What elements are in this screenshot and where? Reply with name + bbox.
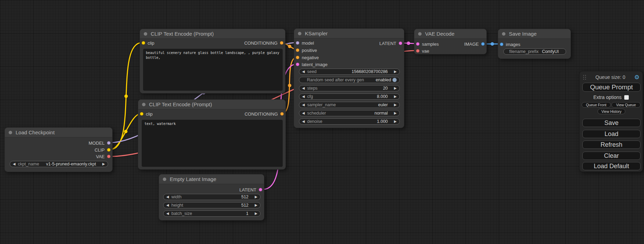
output-latent[interactable]: LATENT <box>379 40 402 46</box>
image-port-dot[interactable] <box>500 43 503 46</box>
view-queue-button[interactable]: View Queue <box>611 102 641 108</box>
input-clip[interactable]: clip <box>140 111 153 117</box>
increment-arrow-icon[interactable]: ▶ <box>394 85 397 91</box>
node-title-bar[interactable]: Load Checkpoint <box>5 128 112 137</box>
vae-port-dot[interactable] <box>416 49 420 53</box>
output-conditioning[interactable]: CONDITIONING <box>244 40 283 46</box>
increment-arrow-icon[interactable]: ▶ <box>394 102 397 108</box>
widget-denoise[interactable]: ◀ denoise 1.000 ▶ <box>299 118 400 125</box>
conditioning-port-dot[interactable] <box>296 56 299 59</box>
output-conditioning[interactable]: CONDITIONING <box>245 111 284 117</box>
latent-port-dot[interactable] <box>399 42 402 45</box>
vae-port-dot[interactable] <box>107 155 111 158</box>
settings-gear-icon[interactable]: ⚙ <box>634 74 639 80</box>
decrement-arrow-icon[interactable]: ◀ <box>302 110 305 116</box>
input-model[interactable]: model <box>296 40 314 46</box>
node-title-bar[interactable]: Save Image <box>498 29 571 39</box>
node-title-bar[interactable]: VAE Decode <box>414 29 486 39</box>
increment-arrow-icon[interactable]: ▶ <box>255 194 257 200</box>
clear-button[interactable]: Clear <box>582 152 641 160</box>
output-vae[interactable]: VAE <box>96 154 111 159</box>
extra-options-checkbox[interactable] <box>624 95 629 100</box>
node-title-bar[interactable]: CLIP Text Encode (Prompt) <box>138 100 285 109</box>
increment-arrow-icon[interactable]: ▶ <box>255 202 257 208</box>
save-button[interactable]: Save <box>582 119 641 127</box>
drag-handle-icon[interactable] <box>583 74 586 80</box>
decrement-arrow-icon[interactable]: ◀ <box>166 202 169 208</box>
widget-batch-size[interactable]: ◀ batch_size 1 ▶ <box>163 210 261 217</box>
widget-height[interactable]: ◀ height 512 ▶ <box>163 202 261 208</box>
increment-arrow-icon[interactable]: ▶ <box>394 93 397 100</box>
model-port-dot[interactable] <box>296 41 299 45</box>
input-latent-image[interactable]: latent_image <box>296 62 327 67</box>
decrement-arrow-icon[interactable]: ◀ <box>302 85 305 91</box>
decrement-arrow-icon[interactable]: ◀ <box>166 210 169 217</box>
toggle-icon[interactable] <box>392 78 397 82</box>
collapse-dot-icon[interactable] <box>298 32 301 35</box>
refresh-button[interactable]: Refresh <box>582 141 641 149</box>
prompt-textarea[interactable]: beautiful scenery nature glass bottle la… <box>143 49 283 91</box>
queue-panel[interactable]: Queue size: 0 ⚙ Queue Prompt Extra optio… <box>579 71 643 172</box>
node-title-bar[interactable]: Empty Latent Image <box>159 174 264 184</box>
widget-cfg[interactable]: ◀ cfg 8.000 ▶ <box>299 93 400 100</box>
input-clip[interactable]: clip <box>142 40 155 46</box>
input-images[interactable]: images <box>500 42 520 47</box>
decrement-arrow-icon[interactable]: ◀ <box>302 93 305 100</box>
widget-random-seed-toggle[interactable]: Random seed after every gen enabled <box>299 77 400 83</box>
widget-sampler-name[interactable]: ◀ sampler_name euler ▶ <box>299 102 400 108</box>
latent-port-dot[interactable] <box>296 63 299 66</box>
widget-filename-prefix[interactable]: filename_prefix ComfyUI <box>503 48 566 55</box>
conditioning-port-dot[interactable] <box>280 112 284 116</box>
widget-scheduler[interactable]: ◀ scheduler normal ▶ <box>299 110 400 116</box>
node-vae-decode[interactable]: VAE Decode samples vae IMAGE <box>414 29 487 54</box>
image-port-dot[interactable] <box>481 42 485 46</box>
widget-seed[interactable]: ◀ seed 156680208700286 ▶ <box>299 69 400 75</box>
increment-arrow-icon[interactable]: ▶ <box>255 210 257 217</box>
increment-arrow-icon[interactable]: ▶ <box>102 161 105 167</box>
decrement-arrow-icon[interactable]: ◀ <box>13 161 16 167</box>
node-ksampler[interactable]: KSampler model positive negative latent_… <box>294 28 404 128</box>
increment-arrow-icon[interactable]: ▶ <box>394 110 397 116</box>
node-empty-latent-image[interactable]: Empty Latent Image LATENT ◀ width 512 ▶ … <box>159 174 264 220</box>
output-clip[interactable]: CLIP <box>95 147 111 153</box>
collapse-dot-icon[interactable] <box>144 32 147 36</box>
input-vae[interactable]: vae <box>416 48 429 54</box>
node-title-bar[interactable]: KSampler <box>294 29 404 38</box>
latent-port-dot[interactable] <box>259 188 262 191</box>
collapse-dot-icon[interactable] <box>163 178 166 181</box>
node-save-image[interactable]: Save Image images filename_prefix ComfyU… <box>498 29 571 59</box>
collapse-dot-icon[interactable] <box>142 103 145 106</box>
collapse-dot-icon[interactable] <box>9 131 12 134</box>
widget-width[interactable]: ◀ width 512 ▶ <box>163 194 261 200</box>
widget-ckpt-name[interactable]: ◀ ckpt_name v1-5-pruned-emaonly.ckpt ▶ <box>10 161 108 167</box>
collapse-dot-icon[interactable] <box>418 32 422 36</box>
input-positive[interactable]: positive <box>296 47 317 53</box>
view-history-button[interactable]: View History <box>598 109 625 114</box>
node-title-bar[interactable]: CLIP Text Encode (Prompt) <box>140 29 285 39</box>
input-negative[interactable]: negative <box>296 55 319 60</box>
increment-arrow-icon[interactable]: ▶ <box>394 118 397 125</box>
node-load-checkpoint[interactable]: Load Checkpoint MODEL CLIP VAE ◀ ckpt_na… <box>5 127 113 172</box>
output-model[interactable]: MODEL <box>89 140 111 146</box>
output-latent[interactable]: LATENT <box>239 187 262 192</box>
load-button[interactable]: Load <box>582 130 641 138</box>
decrement-arrow-icon[interactable]: ◀ <box>302 102 305 108</box>
load-default-button[interactable]: Load Default <box>582 162 641 170</box>
conditioning-port-dot[interactable] <box>280 41 283 45</box>
collapse-dot-icon[interactable] <box>502 32 505 36</box>
latent-port-dot[interactable] <box>416 42 420 46</box>
clip-port-dot[interactable] <box>107 148 111 152</box>
conditioning-port-dot[interactable] <box>296 48 299 52</box>
output-image[interactable]: IMAGE <box>464 41 485 47</box>
prompt-textarea[interactable]: text, watermark <box>142 120 283 167</box>
decrement-arrow-icon[interactable]: ◀ <box>302 69 305 75</box>
decrement-arrow-icon[interactable]: ◀ <box>166 194 169 200</box>
node-clip-text-encode-positive[interactable]: CLIP Text Encode (Prompt) clip CONDITION… <box>140 29 285 93</box>
model-port-dot[interactable] <box>107 141 111 145</box>
input-samples[interactable]: samples <box>416 41 439 47</box>
comfyui-canvas[interactable]: { "colors": { "model": "#b6a6da", "clip"… <box>0 0 644 244</box>
clip-port-dot[interactable] <box>140 112 143 116</box>
widget-steps[interactable]: ◀ steps 20 ▶ <box>299 85 400 91</box>
decrement-arrow-icon[interactable]: ◀ <box>302 118 305 125</box>
queue-prompt-button[interactable]: Queue Prompt <box>582 83 641 92</box>
